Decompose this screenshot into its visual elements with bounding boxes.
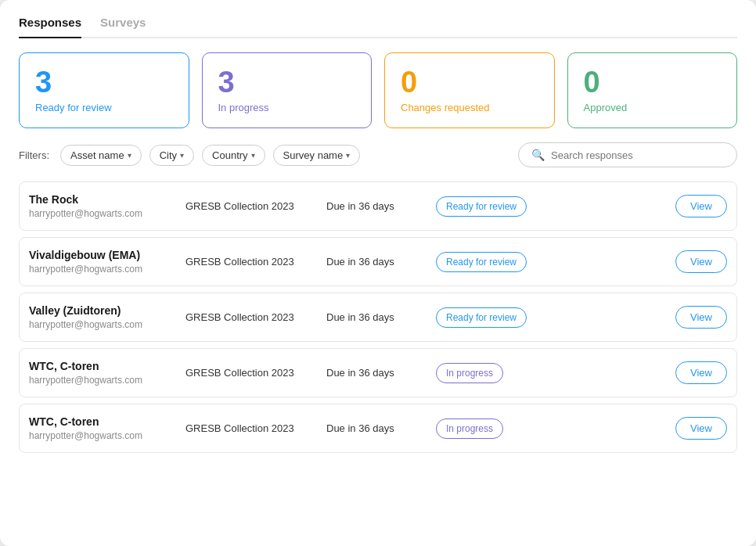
row-status-1: Ready for review: [436, 252, 545, 272]
row-status-3: In progress: [436, 363, 545, 383]
response-list: The Rock harrypotter@hogwarts.com GRESB …: [19, 181, 737, 530]
status-badge-3: In progress: [436, 363, 503, 383]
stat-number-progress: 3: [218, 67, 356, 97]
status-badge-2: Ready for review: [436, 307, 527, 328]
asset-name-1: Vivaldigebouw (EMA): [29, 249, 185, 261]
search-input[interactable]: [551, 149, 724, 161]
view-button-0[interactable]: View: [675, 195, 727, 217]
filter-survey-name-label: Survey name: [283, 149, 344, 161]
stat-number-changes: 0: [401, 67, 538, 97]
asset-email-4: harrypotter@hogwarts.com: [29, 430, 185, 441]
row-asset-3: WTC, C-toren harrypotter@hogwarts.com: [29, 360, 185, 386]
asset-name-4: WTC, C-toren: [29, 415, 185, 428]
filter-asset-name-label: Asset name: [70, 149, 124, 161]
stat-number-ready: 3: [35, 67, 173, 97]
row-due-0: Due in 36 days: [326, 200, 436, 212]
search-icon: 🔍: [531, 149, 545, 161]
asset-email-3: harrypotter@hogwarts.com: [29, 375, 185, 386]
response-row: Valley (Zuidtoren) harrypotter@hogwarts.…: [19, 293, 737, 342]
row-asset-4: WTC, C-toren harrypotter@hogwarts.com: [29, 415, 185, 441]
stats-row: 3 Ready for review 3 In progress 0 Chang…: [19, 52, 737, 128]
chevron-down-icon: ▾: [346, 151, 350, 160]
status-badge-0: Ready for review: [436, 196, 527, 217]
tabs-bar: Responses Surveys: [19, 16, 737, 38]
row-survey-1: GRESB Collection 2023: [185, 256, 326, 268]
row-survey-2: GRESB Collection 2023: [185, 311, 326, 323]
filter-asset-name[interactable]: Asset name ▾: [60, 145, 142, 166]
asset-email-1: harrypotter@hogwarts.com: [29, 264, 185, 275]
filter-country[interactable]: Country ▾: [202, 145, 265, 166]
response-row: WTC, C-toren harrypotter@hogwarts.com GR…: [19, 348, 737, 397]
row-action-1: View: [675, 250, 727, 273]
stat-label-approved: Approved: [584, 102, 722, 113]
response-row: The Rock harrypotter@hogwarts.com GRESB …: [19, 181, 737, 231]
tab-responses[interactable]: Responses: [19, 16, 81, 38]
stat-label-changes: Changes requested: [401, 102, 538, 113]
filter-country-label: Country: [212, 149, 248, 161]
search-box: 🔍: [518, 142, 737, 167]
row-status-0: Ready for review: [436, 196, 545, 217]
filter-survey-name[interactable]: Survey name ▾: [273, 145, 361, 166]
row-survey-4: GRESB Collection 2023: [185, 422, 326, 434]
tab-surveys[interactable]: Surveys: [100, 16, 146, 38]
stat-label-ready: Ready for review: [35, 102, 173, 113]
row-status-4: In progress: [436, 418, 545, 439]
filter-city[interactable]: City ▾: [149, 145, 194, 166]
row-action-3: View: [675, 361, 727, 384]
asset-name-3: WTC, C-toren: [29, 360, 185, 372]
row-survey-3: GRESB Collection 2023: [185, 367, 326, 379]
asset-name-0: The Rock: [29, 193, 185, 206]
row-due-1: Due in 36 days: [326, 256, 436, 268]
status-badge-1: Ready for review: [436, 252, 527, 272]
asset-name-2: Valley (Zuidtoren): [29, 304, 185, 317]
row-due-4: Due in 36 days: [326, 422, 436, 434]
row-status-2: Ready for review: [436, 307, 545, 328]
view-button-3[interactable]: View: [675, 361, 727, 384]
row-due-2: Due in 36 days: [326, 311, 436, 323]
row-action-2: View: [675, 306, 727, 329]
app-container: Responses Surveys 3 Ready for review 3 I…: [0, 0, 756, 546]
filters-label: Filters:: [19, 149, 49, 161]
chevron-down-icon: ▾: [128, 151, 131, 160]
row-action-0: View: [675, 195, 727, 217]
row-action-4: View: [675, 417, 727, 440]
row-asset-0: The Rock harrypotter@hogwarts.com: [29, 193, 185, 219]
row-survey-0: GRESB Collection 2023: [185, 200, 326, 212]
row-asset-2: Valley (Zuidtoren) harrypotter@hogwarts.…: [29, 304, 185, 330]
view-button-2[interactable]: View: [675, 306, 727, 329]
chevron-down-icon: ▾: [251, 151, 255, 160]
stat-label-progress: In progress: [218, 102, 356, 113]
filter-city-label: City: [160, 149, 177, 161]
asset-email-2: harrypotter@hogwarts.com: [29, 319, 185, 330]
asset-email-0: harrypotter@hogwarts.com: [29, 208, 185, 219]
row-asset-1: Vivaldigebouw (EMA) harrypotter@hogwarts…: [29, 249, 185, 275]
row-due-3: Due in 36 days: [326, 367, 436, 379]
stat-card-progress: 3 In progress: [202, 52, 373, 128]
status-badge-4: In progress: [436, 418, 503, 439]
stat-number-approved: 0: [584, 67, 722, 97]
stat-card-changes: 0 Changes requested: [384, 52, 555, 128]
chevron-down-icon: ▾: [180, 151, 184, 160]
response-row: Vivaldigebouw (EMA) harrypotter@hogwarts…: [19, 237, 737, 286]
stat-card-ready: 3 Ready for review: [19, 52, 189, 128]
view-button-4[interactable]: View: [675, 417, 727, 440]
filters-bar: Filters: Asset name ▾ City ▾ Country ▾ S…: [19, 142, 737, 167]
view-button-1[interactable]: View: [675, 250, 727, 273]
response-row: WTC, C-toren harrypotter@hogwarts.com GR…: [19, 404, 737, 453]
stat-card-approved: 0 Approved: [567, 52, 738, 128]
